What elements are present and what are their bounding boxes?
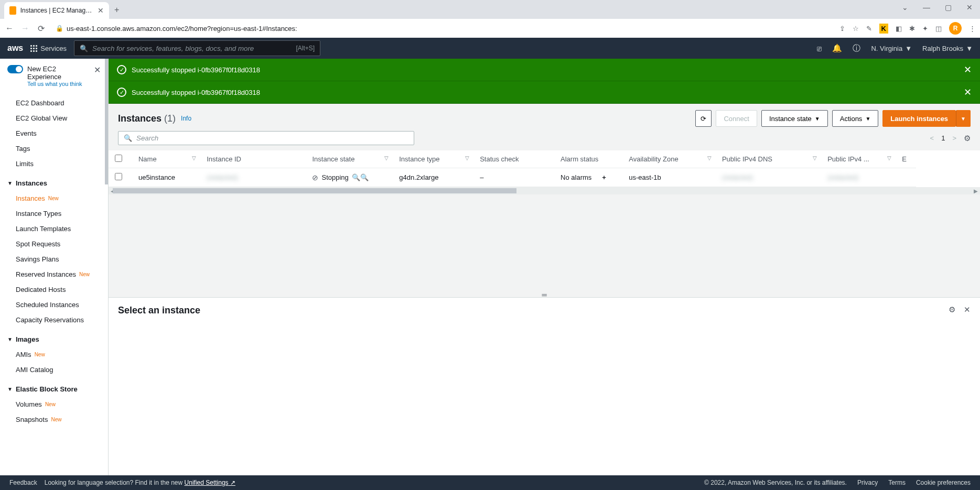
success-icon: ✓ [117,88,126,97]
terms-link[interactable]: Terms [888,479,906,486]
sidebar-link-spot-requests[interactable]: Spot Requests [0,236,108,252]
window-dropdown-icon[interactable]: ⌄ [899,2,911,13]
launch-instances-button[interactable]: Launch instances [882,110,956,127]
col-sort-icon[interactable]: ▽ [465,155,469,161]
sidebar-link-volumes[interactable]: VolumesNew [0,397,108,412]
privacy-link[interactable]: Privacy [857,479,878,486]
sidebar-link-ami-catalog[interactable]: AMI Catalog [0,362,108,377]
cloudshell-icon[interactable]: ⎚ [817,44,822,53]
col-sort-icon[interactable]: ▽ [707,155,712,161]
region-selector[interactable]: N. Virginia ▼ [871,45,912,52]
prev-page-button[interactable]: < [930,134,934,142]
window-controls: ⌄ — ▢ ✕ [899,2,976,13]
panel-splitter[interactable]: ═ [109,292,980,297]
sidebar-link-global-view[interactable]: EC2 Global View [0,111,108,126]
sidebar-link-instances[interactable]: InstancesNew [0,191,108,206]
ext2-icon[interactable]: ◧ [896,25,902,32]
bookmark-icon[interactable]: ☆ [853,25,859,32]
aws-search[interactable]: 🔍 [Alt+S] [74,40,320,56]
panel-icon[interactable]: ◫ [935,25,942,32]
sidebar-link-dedicated-hosts[interactable]: Dedicated Hosts [0,282,108,297]
ext1-icon[interactable]: K [879,24,888,34]
new-experience-feedback-link[interactable]: Tell us what you think [27,81,90,87]
url-bar[interactable]: 🔒 us-east-1.console.aws.amazon.com/ec2/h… [51,25,834,32]
select-all-checkbox[interactable] [115,155,122,162]
row-checkbox[interactable] [115,173,122,180]
alert-close-icon[interactable]: ✕ [964,64,972,75]
aws-search-input[interactable] [92,45,292,52]
page-number: 1 [941,134,945,142]
sidebar-header-ebs[interactable]: ▼Elastic Block Store [0,382,108,397]
sidebar-link-limits[interactable]: Limits [0,156,108,171]
menu-icon[interactable]: ⋮ [969,25,976,32]
sidebar-link-scheduled-instances[interactable]: Scheduled Instances [0,297,108,312]
detail-actions: ⚙ ✕ [949,305,971,314]
col-sort-icon[interactable]: ▽ [384,155,389,161]
services-button[interactable]: Services [30,45,67,52]
add-alarm-icon[interactable]: + [602,173,606,181]
table-row[interactable]: ue5instance (redacted) ⊘ Stopping 🔍🔍 g4d… [109,168,916,187]
instance-state-button[interactable]: Instance state▼ [761,110,828,127]
connect-button[interactable]: Connect [716,110,757,127]
unified-settings-link[interactable]: Unified Settings ↗ [185,479,235,486]
cookie-prefs-link[interactable]: Cookie preferences [916,479,971,486]
sidebar-header-instances[interactable]: ▼Instances [0,176,108,191]
sidebar-link-events[interactable]: Events [0,126,108,141]
help-icon[interactable]: ⓘ [853,43,860,53]
feedback-link[interactable]: Feedback [9,479,37,486]
next-page-button[interactable]: > [952,134,956,142]
sidebar-link-launch-templates[interactable]: Launch Templates [0,221,108,236]
lock-icon: 🔒 [56,25,63,32]
sidebar-header-images[interactable]: ▼Images [0,332,108,347]
sidebar-link-snapshots[interactable]: SnapshotsNew [0,412,108,427]
profile-avatar[interactable]: R [949,22,962,35]
table-hscrollbar[interactable]: ◀ ▶ [109,187,980,194]
alert-close-icon[interactable]: ✕ [964,86,972,98]
col-sort-icon[interactable]: ▽ [813,155,817,161]
notifications-icon[interactable]: 🔔 [832,43,842,53]
scroll-right-icon[interactable]: ▶ [972,187,980,195]
refresh-button[interactable]: ⟳ [695,110,712,127]
detail-settings-icon[interactable]: ⚙ [949,305,955,314]
window-maximize-icon[interactable]: ▢ [942,2,955,13]
sidebar-section-images: ▼Images AMIsNew AMI Catalog [0,330,108,379]
edit-icon[interactable]: ✎ [866,25,872,32]
col-sort-icon[interactable]: ▽ [192,155,196,161]
instances-search-input[interactable] [136,134,408,142]
zoom-icons[interactable]: 🔍🔍 [352,173,369,181]
sidebar-link-savings-plans[interactable]: Savings Plans [0,252,108,267]
sidebar-link-label: Snapshots [16,416,48,423]
col-sort-icon[interactable]: ▽ [887,155,891,161]
new-experience-close-icon[interactable]: ✕ [94,65,101,75]
ext3-icon[interactable]: ✱ [909,25,915,32]
reload-button[interactable]: ⟳ [36,24,46,34]
window-minimize-icon[interactable]: — [920,2,933,13]
window-close-icon[interactable]: ✕ [963,2,976,13]
sidebar-link-tags[interactable]: Tags [0,141,108,156]
scroll-thumb[interactable] [113,188,516,193]
instances-search[interactable]: 🔍 [118,131,414,145]
tab-close-icon[interactable]: ✕ [98,6,104,15]
share-icon[interactable]: ⇪ [839,25,845,32]
forward-button[interactable]: → [20,24,30,33]
sidebar-link-reserved-instances[interactable]: Reserved InstancesNew [0,267,108,282]
user-menu[interactable]: Ralph Brooks ▼ [922,45,973,52]
detail-close-icon[interactable]: ✕ [964,305,971,314]
table-header-row: Name▽ Instance ID Instance state▽ Instan… [109,150,916,168]
sidebar-link-amis[interactable]: AMIsNew [0,347,108,362]
info-link[interactable]: Info [181,115,191,122]
sidebar-link-dashboard[interactable]: EC2 Dashboard [0,95,108,111]
sidebar-link-capacity-reservations[interactable]: Capacity Reservations [0,312,108,328]
new-experience-toggle[interactable] [7,65,23,73]
settings-icon[interactable]: ⚙ [964,134,971,143]
actions-button[interactable]: Actions▼ [832,110,879,127]
sidebar-link-instance-types[interactable]: Instance Types [0,206,108,221]
browser-tab[interactable]: Instances | EC2 Management Co ✕ [4,2,109,19]
sidebar-scrollbar[interactable] [105,59,108,184]
new-tab-button[interactable]: + [109,1,124,19]
launch-instances-dropdown[interactable]: ▼ [956,110,971,127]
back-button[interactable]: ← [4,24,15,33]
caret-down-icon: ▼ [961,116,966,122]
aws-logo[interactable]: aws [7,43,23,53]
extensions-icon[interactable]: ✦ [922,25,928,32]
